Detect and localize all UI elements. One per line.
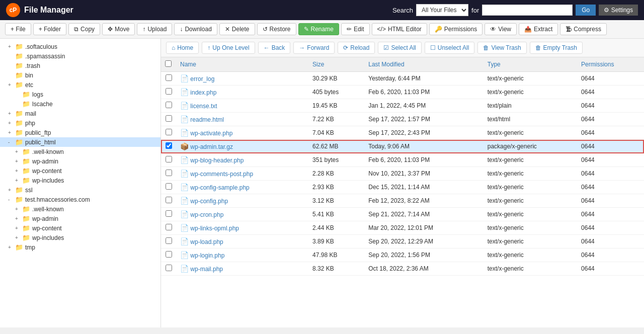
last-modified-header[interactable]: Last Modified: [364, 57, 483, 72]
file-name-link[interactable]: readme.html: [190, 116, 224, 123]
sidebar-item-trash[interactable]: 📁.trash: [0, 61, 160, 70]
file-name-link[interactable]: wp-mail.php: [190, 266, 223, 273]
file-name-link[interactable]: wp-admin.tar.gz: [190, 143, 233, 150]
search-scope-select[interactable]: All Your Files: [416, 4, 468, 16]
file-name-link[interactable]: index.php: [190, 89, 216, 96]
sidebar-item-public_ftp[interactable]: +📁public_ftp: [0, 128, 160, 137]
table-row: 📄 wp-config-sample.php 2.93 KB Dec 15, 2…: [161, 181, 644, 194]
file-name-cell: 📄 wp-cron.php: [176, 208, 308, 221]
select-all-button[interactable]: ☑ Select All: [378, 42, 421, 54]
extract-button[interactable]: 📤 Extract: [519, 23, 558, 35]
html-editor-button[interactable]: </> HTML Editor: [372, 23, 427, 35]
sidebar-item-spamassassin[interactable]: 📁.spamassassin: [0, 51, 160, 61]
file-name-link[interactable]: wp-login.php: [190, 252, 224, 259]
file-name-link[interactable]: wp-links-opml.php: [190, 225, 239, 232]
sidebar-item-wp-content[interactable]: +📁wp-content: [0, 166, 160, 176]
sidebar-item-testhmaccessoriescom[interactable]: -📁test.hmaccessories.com: [0, 195, 160, 204]
sidebar-item-ssl[interactable]: +📁ssl: [0, 185, 160, 195]
size-header[interactable]: Size: [308, 57, 364, 72]
sidebar-item-well-known[interactable]: +📁.well-known: [0, 147, 160, 156]
row-checkbox[interactable]: [166, 210, 172, 217]
file-name-link[interactable]: license.txt: [190, 103, 217, 110]
row-checkbox[interactable]: [166, 197, 172, 203]
type-header[interactable]: Type: [484, 57, 577, 72]
row-checkbox[interactable]: [166, 170, 172, 176]
row-checkbox[interactable]: [166, 88, 172, 95]
sidebar-item-wp-admin[interactable]: +📁wp-admin: [0, 214, 160, 223]
restore-button[interactable]: ↺ Restore: [257, 23, 296, 35]
sidebar-item-mail[interactable]: +📁mail: [0, 109, 160, 118]
search-input[interactable]: [482, 5, 573, 16]
name-header[interactable]: Name: [176, 57, 308, 72]
row-checkbox[interactable]: [166, 102, 172, 108]
permissions-button[interactable]: 🔑 Permissions: [429, 23, 482, 35]
compress-icon: 🗜: [566, 26, 572, 33]
row-checkbox[interactable]: [166, 237, 172, 244]
reload-button[interactable]: ⟳ Reload: [338, 42, 375, 54]
sidebar-item-well-known[interactable]: +📁.well-known: [0, 204, 160, 214]
sidebar-item-wp-includes[interactable]: +📁wp-includes: [0, 176, 160, 185]
sidebar-item-etc[interactable]: +📁etc: [0, 80, 160, 90]
edit-button[interactable]: ✏ Edit: [341, 23, 370, 35]
move-button[interactable]: ✥ Move: [102, 23, 135, 35]
sidebar-item-lscache[interactable]: 📁lscache: [0, 99, 160, 109]
upload-button[interactable]: ↑ Upload: [137, 23, 172, 35]
table-row: 📄 wp-blog-header.php 351 bytes Feb 6, 20…: [161, 153, 644, 167]
unselect-all-button[interactable]: ☐ Unselect All: [425, 42, 475, 54]
sidebar-item-bin[interactable]: 📁bin: [0, 70, 160, 80]
new-folder-button[interactable]: + Folder: [33, 23, 66, 35]
file-name-link[interactable]: wp-activate.php: [190, 130, 232, 137]
sidebar-item-public_html[interactable]: -📁public_html: [0, 137, 160, 147]
sidebar-item-tmp[interactable]: +📁tmp: [0, 242, 160, 252]
compress-button[interactable]: 🗜 Compress: [560, 23, 607, 35]
folder-icon: 📁: [15, 81, 23, 89]
new-file-button[interactable]: + File: [5, 23, 31, 35]
settings-button[interactable]: ⚙ Settings: [599, 5, 638, 16]
row-checkbox[interactable]: [166, 251, 172, 258]
file-name-cell: 📄 wp-config.php: [176, 194, 308, 208]
file-name-link[interactable]: error_log: [190, 75, 214, 82]
row-checkbox[interactable]: [166, 142, 172, 149]
file-name-link[interactable]: wp-config.php: [190, 198, 228, 205]
sidebar-item-wp-admin[interactable]: +📁wp-admin: [0, 156, 160, 166]
select-all-checkbox[interactable]: [165, 60, 172, 67]
sidebar-item-php[interactable]: +📁php: [0, 118, 160, 128]
file-name-link[interactable]: wp-blog-header.php: [190, 157, 244, 164]
sidebar-item-wp-includes[interactable]: +📁wp-includes: [0, 233, 160, 242]
row-checkbox[interactable]: [166, 183, 172, 190]
table-row: 📦 wp-admin.tar.gz 62.62 MB Today, 9:06 A…: [161, 140, 644, 153]
home-button[interactable]: ⌂ Home: [166, 42, 199, 54]
view-button[interactable]: 👁 View: [485, 23, 517, 35]
doc-icon: 📄: [180, 224, 189, 232]
go-button[interactable]: Go: [576, 5, 596, 16]
row-checkbox[interactable]: [166, 74, 172, 81]
file-modified-cell: Sep 20, 2022, 12:29 AM: [364, 235, 483, 248]
row-checkbox[interactable]: [166, 265, 172, 271]
up-one-level-button[interactable]: ↑ Up One Level: [202, 42, 255, 54]
expand-icon: +: [8, 120, 13, 126]
row-checkbox-cell: [161, 153, 176, 167]
back-button[interactable]: ← Back: [258, 42, 291, 54]
permissions-header[interactable]: Permissions: [577, 57, 644, 72]
row-checkbox[interactable]: [166, 129, 172, 135]
sidebar-item-logs[interactable]: 📁logs: [0, 90, 160, 99]
sidebar-item-label: wp-includes: [32, 234, 64, 241]
empty-trash-button[interactable]: 🗑 Empty Trash: [530, 42, 583, 54]
forward-button[interactable]: → Forward: [293, 42, 335, 54]
download-button[interactable]: ↓ Download: [174, 23, 217, 35]
expand-icon: +: [15, 206, 20, 212]
row-checkbox[interactable]: [166, 156, 172, 162]
file-name-link[interactable]: wp-load.php: [190, 238, 223, 245]
delete-button[interactable]: ✕ Delete: [219, 23, 255, 35]
row-checkbox[interactable]: [166, 224, 172, 230]
row-checkbox-cell: [161, 181, 176, 194]
file-name-link[interactable]: wp-comments-post.php: [190, 171, 253, 178]
file-name-link[interactable]: wp-cron.php: [190, 211, 223, 218]
copy-button[interactable]: ⧉ Copy: [68, 23, 100, 35]
sidebar-item-softaculous[interactable]: +📁.softaculous: [0, 42, 160, 51]
view-trash-button[interactable]: 🗑 View Trash: [477, 42, 526, 54]
sidebar-item-wp-content[interactable]: +📁wp-content: [0, 223, 160, 233]
rename-button[interactable]: ✎ Rename: [298, 23, 339, 35]
file-name-link[interactable]: wp-config-sample.php: [190, 184, 249, 191]
row-checkbox[interactable]: [166, 115, 172, 122]
